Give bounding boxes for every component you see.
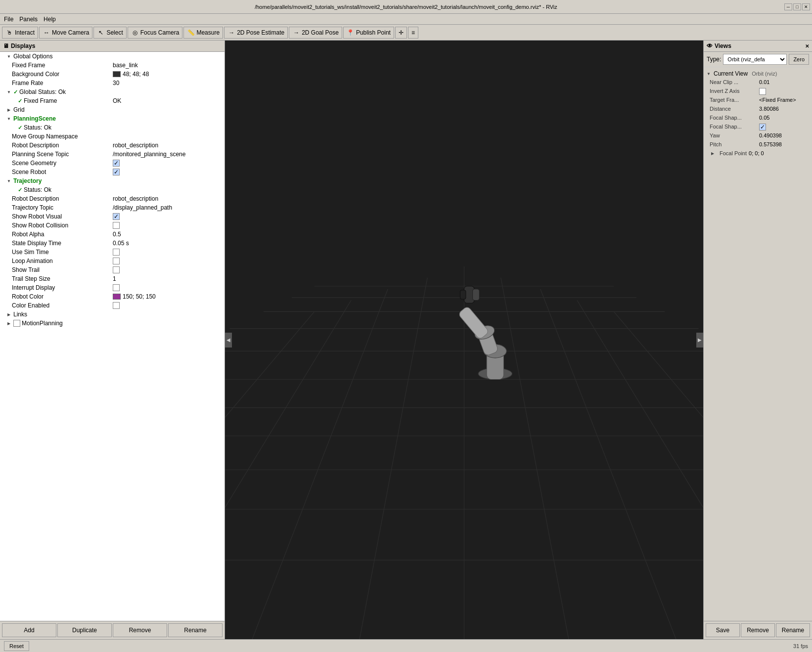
show-trail-checkbox[interactable]	[113, 266, 120, 273]
viewport[interactable]: ◀ ▶	[225, 41, 703, 639]
move-camera-icon: ↔	[43, 29, 50, 37]
traj-robot-desc-row[interactable]: Robot Description robot_description	[0, 194, 225, 203]
pitch-value: 0.575398	[759, 141, 806, 148]
show-robot-collision-checkbox[interactable]	[113, 222, 120, 229]
robot-color-row[interactable]: Robot Color 150; 50; 150	[0, 292, 225, 301]
focal-shape1-row[interactable]: Focal Shap... 0.05	[706, 114, 810, 123]
interact-button[interactable]: 🖱 Interact	[2, 27, 38, 39]
views-type-dropdown[interactable]: Orbit (rviz_defa	[723, 54, 787, 65]
grid-row[interactable]: ▶ Grid	[0, 105, 225, 114]
scene-geometry-row[interactable]: Scene Geometry ✓	[0, 159, 225, 168]
near-clip-row[interactable]: Near Clip ... 0.01	[706, 78, 810, 87]
yaw-row[interactable]: Yaw 0.490398	[706, 131, 810, 140]
remove-button[interactable]: Remove	[113, 623, 167, 637]
loop-animation-checkbox[interactable]	[113, 258, 120, 264]
rename-button[interactable]: Rename	[168, 623, 223, 637]
background-color-label: Background Color	[12, 71, 59, 78]
views-icon: 👁	[707, 43, 713, 49]
add-button[interactable]: Add	[2, 623, 56, 637]
focal-shape2-row[interactable]: Focal Shap... ✓	[706, 123, 810, 131]
focus-camera-button[interactable]: ◎ Focus Camera	[128, 27, 183, 39]
goal-pose-button[interactable]: → 2D Goal Pose	[289, 27, 342, 39]
trajectory-topic-row[interactable]: Trajectory Topic /display_planned_path	[0, 203, 225, 212]
trail-step-size-row[interactable]: Trail Step Size 1	[0, 274, 225, 283]
pose-estimate-icon: →	[227, 29, 235, 37]
minimize-button[interactable]: ─	[784, 3, 792, 10]
show-robot-collision-row[interactable]: Show Robot Collision	[0, 221, 225, 230]
planning-scene-topic-row[interactable]: Planning Scene Topic /monitored_planning…	[0, 150, 225, 159]
robot-color-swatch[interactable]	[113, 294, 121, 300]
show-robot-visual-row[interactable]: Show Robot Visual ✓	[0, 212, 225, 221]
views-zero-button[interactable]: Zero	[789, 54, 809, 65]
yaw-label: Yaw	[710, 132, 759, 139]
trajectory-row[interactable]: ▼ Trajectory	[0, 176, 225, 185]
robot-alpha-label: Robot Alpha	[12, 231, 44, 238]
menu-help[interactable]: Help	[41, 15, 59, 24]
background-color-row[interactable]: Background Color 48; 48; 48	[0, 70, 225, 79]
color-enabled-row[interactable]: Color Enabled	[0, 301, 225, 310]
extra-button[interactable]: ✛	[395, 27, 407, 39]
pitch-row[interactable]: Pitch 0.575398	[706, 140, 810, 149]
show-trail-row[interactable]: Show Trail	[0, 265, 225, 274]
displays-tree[interactable]: ▼ Global Options Fixed Frame base_link	[0, 52, 225, 621]
color-enabled-checkbox[interactable]	[113, 302, 120, 309]
interact-label: Interact	[15, 29, 35, 36]
measure-button[interactable]: 📏 Measure	[183, 27, 223, 39]
reset-button[interactable]: Reset	[4, 641, 29, 651]
loop-animation-row[interactable]: Loop Animation	[0, 257, 225, 265]
more-button[interactable]: ≡	[408, 27, 418, 39]
background-color-swatch[interactable]	[113, 71, 121, 77]
motion-planning-checkbox[interactable]	[13, 320, 20, 327]
collapse-left-button[interactable]: ◀	[225, 333, 232, 348]
links-row[interactable]: ▶ Links	[0, 310, 225, 319]
target-frame-row[interactable]: Target Fra... <Fixed Frame>	[706, 96, 810, 105]
distance-row[interactable]: Distance 3.80086	[706, 105, 810, 114]
pose-estimate-button[interactable]: → 2D Pose Estimate	[224, 27, 288, 39]
show-robot-visual-checkbox[interactable]: ✓	[113, 213, 120, 220]
fixed-frame-label: Fixed Frame	[12, 62, 45, 69]
menu-panels[interactable]: Panels	[16, 15, 41, 24]
global-status-row[interactable]: ▼ ✓ Global Status: Ok	[0, 87, 225, 96]
collapse-right-button[interactable]: ▶	[696, 333, 703, 348]
planning-status-row[interactable]: ✓ Status: Ok	[0, 123, 225, 132]
interrupt-display-checkbox[interactable]	[113, 284, 120, 291]
interrupt-display-row[interactable]: Interrupt Display	[0, 283, 225, 292]
current-view-header[interactable]: ▼ Current View Orbit (rviz)	[706, 69, 810, 78]
views-save-button[interactable]: Save	[706, 623, 740, 637]
scene-geometry-checkbox[interactable]: ✓	[113, 160, 120, 167]
current-view-type: Orbit (rviz)	[752, 71, 777, 77]
near-clip-value: 0.01	[759, 79, 806, 86]
use-sim-time-checkbox[interactable]	[113, 249, 120, 256]
close-button[interactable]: ✕	[802, 3, 810, 10]
robot-alpha-row[interactable]: Robot Alpha 0.5	[0, 230, 225, 239]
state-display-time-row[interactable]: State Display Time 0.05 s	[0, 239, 225, 248]
trajectory-status-row[interactable]: ✓ Status: Ok	[0, 185, 225, 194]
select-button[interactable]: ↖ Select	[93, 27, 126, 39]
fixed-frame-row[interactable]: Fixed Frame base_link	[0, 61, 225, 70]
frame-rate-row[interactable]: Frame Rate 30	[0, 79, 225, 87]
views-rename-button[interactable]: Rename	[776, 623, 810, 637]
use-sim-time-row[interactable]: Use Sim Time	[0, 248, 225, 257]
focal-shape2-checkbox[interactable]: ✓	[759, 124, 766, 130]
invert-z-row[interactable]: Invert Z Axis	[706, 87, 810, 96]
duplicate-button[interactable]: Duplicate	[57, 623, 112, 637]
publish-point-button[interactable]: 📍 Publish Point	[343, 27, 394, 39]
global-options-row[interactable]: ▼ Global Options	[0, 52, 225, 61]
menu-file[interactable]: File	[1, 15, 16, 24]
move-camera-button[interactable]: ↔ Move Camera	[39, 27, 92, 39]
move-group-row[interactable]: Move Group Namespace	[0, 132, 225, 141]
planning-scene-row[interactable]: ▼ PlanningScene	[0, 114, 225, 123]
fixed-frame-status-row[interactable]: ✓ Fixed Frame OK	[0, 96, 225, 105]
scene-robot-row[interactable]: Scene Robot ✓	[0, 168, 225, 176]
window-controls[interactable]: ─ □ ✕	[784, 3, 810, 10]
motion-planning-row[interactable]: ▶ MotionPlanning	[0, 319, 225, 328]
scene-robot-checkbox[interactable]: ✓	[113, 169, 120, 175]
focal-point-row[interactable]: ▶ Focal Point 0; 0; 0	[706, 149, 810, 157]
invert-z-checkbox[interactable]	[759, 88, 766, 95]
pose-estimate-label: 2D Pose Estimate	[237, 29, 284, 36]
views-close-button[interactable]: ✕	[805, 43, 809, 49]
robot-description-row[interactable]: Robot Description robot_description	[0, 141, 225, 150]
views-type-label: Type:	[707, 56, 721, 63]
views-remove-button[interactable]: Remove	[741, 623, 775, 637]
restore-button[interactable]: □	[793, 3, 801, 10]
